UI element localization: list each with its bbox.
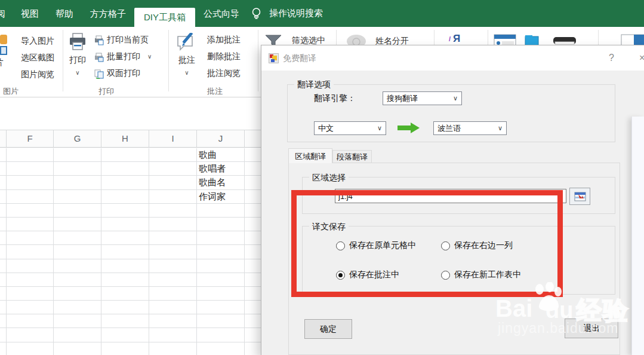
- column-header-I[interactable]: I: [149, 130, 197, 147]
- grid-cell[interactable]: [7, 176, 54, 189]
- grid-cell[interactable]: [54, 204, 101, 217]
- grid-cell[interactable]: [7, 287, 54, 300]
- grid-cell[interactable]: [245, 287, 261, 300]
- ok-button[interactable]: 确定: [304, 319, 352, 339]
- tab-formula-wizard[interactable]: 公式向导: [195, 0, 248, 27]
- grid-cell[interactable]: [197, 218, 245, 231]
- grid-cell[interactable]: [7, 342, 54, 355]
- grid-cell[interactable]: [245, 176, 261, 189]
- grid-cell[interactable]: 歌唱者: [197, 162, 245, 175]
- grid-cell[interactable]: [54, 218, 101, 231]
- add-comment-button[interactable]: 添加批注: [207, 35, 241, 45]
- column-header-partial[interactable]: [0, 130, 7, 147]
- delete-comment-button[interactable]: 删除批注: [207, 51, 241, 62]
- grid-cell[interactable]: [54, 273, 101, 286]
- grid-cell[interactable]: [245, 148, 261, 161]
- exit-button[interactable]: 退出: [565, 319, 618, 338]
- grid-cell[interactable]: [149, 218, 197, 231]
- grid-cell[interactable]: [197, 287, 245, 300]
- column-header-H[interactable]: H: [101, 130, 149, 147]
- grid-cell[interactable]: [197, 342, 245, 355]
- tab-paragraph-translate[interactable]: 段落翻译: [332, 150, 372, 163]
- grid-cell[interactable]: [101, 314, 149, 328]
- grid-cell[interactable]: [197, 231, 245, 244]
- grid-cell[interactable]: [101, 287, 149, 300]
- grid-cell[interactable]: [101, 231, 149, 244]
- grid-cell[interactable]: [245, 190, 261, 203]
- grid-cell[interactable]: [149, 301, 197, 314]
- grid-cell[interactable]: [101, 176, 149, 189]
- grid-cell[interactable]: [101, 328, 149, 341]
- import-picture-button[interactable]: 导入图片: [21, 36, 54, 47]
- grid-cell[interactable]: [245, 328, 261, 341]
- grid-cell[interactable]: [0, 328, 7, 341]
- grid-cell[interactable]: [7, 259, 54, 273]
- column-header-partial[interactable]: [245, 130, 261, 147]
- grid-cell[interactable]: [0, 148, 7, 161]
- grid-cell[interactable]: [197, 273, 245, 286]
- tab-help[interactable]: 帮助: [47, 0, 82, 27]
- grid-cell[interactable]: [0, 273, 7, 286]
- grid-cell[interactable]: [54, 245, 101, 258]
- grid-cell[interactable]: [0, 301, 7, 314]
- grid-cell[interactable]: [101, 148, 149, 161]
- grid-cell[interactable]: [149, 162, 197, 175]
- tab-diy-toolbox[interactable]: DIY工具箱: [134, 8, 195, 27]
- grid-cell[interactable]: [0, 218, 7, 231]
- dialog-close-button[interactable]: ×: [639, 45, 644, 71]
- grid-cell[interactable]: [54, 190, 101, 203]
- grid-cell[interactable]: [245, 218, 261, 231]
- grid-cell[interactable]: 作词家: [197, 190, 245, 203]
- grid-cell[interactable]: [101, 259, 149, 273]
- engine-dropdown[interactable]: 搜狗翻译∨: [383, 91, 462, 105]
- grid-cell[interactable]: [245, 342, 261, 355]
- grid-cell[interactable]: [149, 287, 197, 300]
- grid-cell[interactable]: [101, 273, 149, 286]
- grid-cell[interactable]: [7, 314, 54, 328]
- dialog-help-button[interactable]: ?: [609, 45, 614, 71]
- grid-cell[interactable]: [149, 176, 197, 189]
- selection-screenshot-button[interactable]: 选区截图: [21, 53, 54, 63]
- grid-cell[interactable]: [149, 342, 197, 355]
- grid-cell[interactable]: [101, 190, 149, 203]
- grid-cell[interactable]: 歌曲名: [197, 176, 245, 189]
- grid-cell[interactable]: [149, 204, 197, 217]
- source-language-dropdown[interactable]: 中文∨: [314, 121, 386, 135]
- grid-cell[interactable]: [7, 245, 54, 258]
- grid-cell[interactable]: [245, 231, 261, 244]
- grid-cell[interactable]: [0, 287, 7, 300]
- grid-cell[interactable]: [0, 314, 7, 328]
- grid-cell[interactable]: 歌曲: [197, 148, 245, 161]
- dialog-titlebar[interactable]: 免费翻译 ? ×: [261, 45, 644, 71]
- grid-cell[interactable]: [101, 204, 149, 217]
- tab-region-translate[interactable]: 区域翻译: [288, 148, 332, 163]
- grid-cell[interactable]: [54, 314, 101, 328]
- grid-cell[interactable]: [197, 204, 245, 217]
- grid-cell[interactable]: [0, 231, 7, 244]
- print-button[interactable]: 打印 ∨: [64, 33, 91, 87]
- column-header-J[interactable]: J: [197, 130, 245, 147]
- print-current-page-button[interactable]: 打印当前页: [94, 35, 149, 45]
- grid-cell[interactable]: [149, 231, 197, 244]
- grid-cell[interactable]: [54, 301, 101, 314]
- grid-cell[interactable]: [7, 162, 54, 175]
- translate-icon[interactable]: /Я: [449, 33, 460, 45]
- grid-cell[interactable]: [197, 314, 245, 328]
- grid-cell[interactable]: [101, 162, 149, 175]
- grid-cell[interactable]: [54, 176, 101, 189]
- grid-cell[interactable]: [7, 301, 54, 314]
- grid-cell[interactable]: [7, 148, 54, 161]
- grid-cell[interactable]: [54, 287, 101, 300]
- grid-cell[interactable]: [0, 176, 7, 189]
- grid-cell[interactable]: [0, 245, 7, 258]
- grid-cell[interactable]: [197, 301, 245, 314]
- grid-cell[interactable]: [0, 342, 7, 355]
- grid-cell[interactable]: [7, 273, 54, 286]
- tab-ffcell[interactable]: 方方格子: [82, 0, 134, 27]
- grid-cell[interactable]: [0, 204, 7, 217]
- grid-cell[interactable]: [54, 231, 101, 244]
- grid-cell[interactable]: [149, 259, 197, 273]
- grid-cell[interactable]: [149, 314, 197, 328]
- grid-cell[interactable]: [149, 190, 197, 203]
- grid-cell[interactable]: [54, 328, 101, 341]
